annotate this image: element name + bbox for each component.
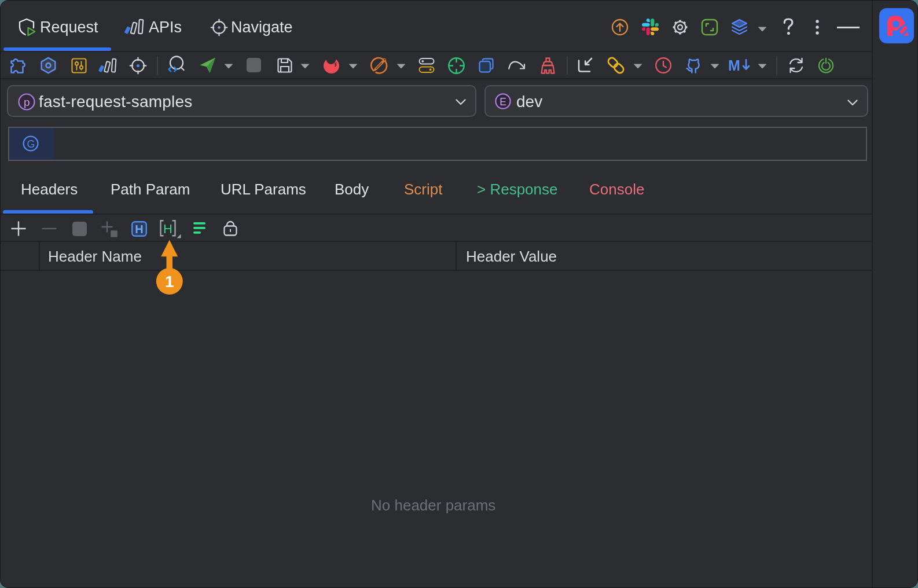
svg-text:H: H [163,222,172,236]
svg-text:H: H [135,223,143,236]
svg-text:G: G [27,138,35,150]
svg-text:p: p [24,96,30,108]
svg-text:M: M [729,58,740,73]
svg-text:E: E [500,96,506,108]
svg-text:1: 1 [165,273,174,291]
